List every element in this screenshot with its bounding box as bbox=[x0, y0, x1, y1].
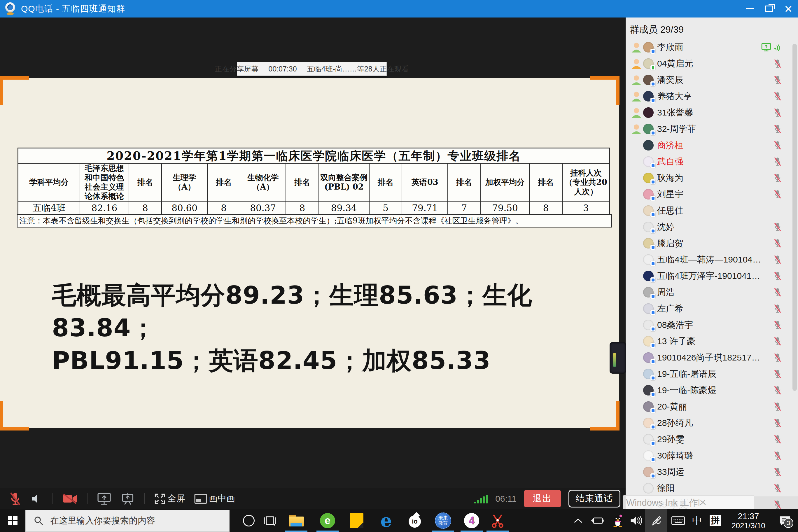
mic-muted-icon[interactable] bbox=[774, 288, 782, 297]
ime-language-indicator[interactable]: 中 bbox=[688, 509, 706, 532]
pip-icon bbox=[194, 493, 207, 504]
mic-muted-icon[interactable] bbox=[774, 418, 782, 428]
mic-muted-icon[interactable] bbox=[774, 92, 782, 101]
mic-muted-icon[interactable] bbox=[774, 157, 782, 166]
member-row[interactable]: 李欣雨 bbox=[626, 39, 798, 55]
mic-muted-icon[interactable] bbox=[774, 271, 782, 281]
member-row[interactable]: 08桑浩宇 bbox=[626, 317, 798, 333]
qq-tray-button[interactable] bbox=[608, 509, 627, 532]
fullscreen-button[interactable]: 全屏 bbox=[154, 493, 185, 505]
share-corner-marker bbox=[590, 401, 620, 431]
battery-tray-button[interactable] bbox=[588, 509, 607, 532]
camera-off-icon[interactable] bbox=[62, 494, 78, 504]
member-row[interactable]: 04黄启元 bbox=[626, 55, 798, 72]
minimize-button[interactable] bbox=[740, 0, 760, 18]
taskbar-search-input[interactable]: 在这里输入你要搜索的内容 bbox=[25, 510, 230, 532]
task-view-button[interactable] bbox=[258, 509, 282, 532]
speaker-icon[interactable] bbox=[31, 493, 43, 505]
cortana-button[interactable] bbox=[239, 509, 259, 532]
device-badge-icon bbox=[650, 375, 656, 380]
ime-mode-indicator[interactable]: 拼 bbox=[707, 509, 723, 532]
member-row[interactable]: 徐阳 bbox=[626, 480, 798, 496]
mic-muted-icon[interactable] bbox=[774, 337, 782, 346]
mic-muted-icon[interactable] bbox=[774, 140, 782, 150]
member-row[interactable]: 潘奕辰 bbox=[626, 72, 798, 88]
close-button[interactable]: × bbox=[779, 0, 798, 18]
mic-muted-icon[interactable] bbox=[774, 467, 782, 477]
tray-clock[interactable]: 21:37 2021/3/10 bbox=[724, 509, 773, 532]
mic-muted-icon[interactable] bbox=[774, 75, 782, 84]
member-name: 商济桓 bbox=[657, 139, 683, 151]
member-row[interactable]: 32-周学菲 bbox=[626, 121, 798, 137]
table-cell: 8 bbox=[129, 202, 162, 214]
mic-muted-icon[interactable] bbox=[774, 320, 782, 329]
edge-button[interactable]: e bbox=[374, 509, 398, 532]
member-row[interactable]: 养猪大亨 bbox=[626, 88, 798, 104]
member-row[interactable]: 周浩 bbox=[626, 284, 798, 300]
member-row[interactable]: 五临4班万泽宇-1901041… bbox=[626, 268, 798, 284]
avatar bbox=[643, 287, 653, 298]
member-row[interactable]: 滕启贺 bbox=[626, 235, 798, 251]
notes-app-button[interactable] bbox=[344, 509, 369, 532]
video-panel-handle[interactable] bbox=[610, 342, 626, 374]
mic-muted-icon[interactable] bbox=[774, 108, 782, 117]
member-row[interactable]: 任思佳 bbox=[626, 203, 798, 219]
mic-muted-icon[interactable] bbox=[774, 173, 782, 183]
notification-center-button[interactable]: 3 bbox=[775, 509, 795, 532]
member-row[interactable]: 五临4班—韩涛—190104… bbox=[626, 251, 798, 268]
mic-muted-icon[interactable] bbox=[774, 255, 782, 264]
tray-expand-button[interactable] bbox=[569, 509, 587, 532]
exit-button[interactable]: 退出 bbox=[524, 490, 561, 507]
restore-button[interactable] bbox=[760, 0, 779, 18]
member-row[interactable]: 28孙绮凡 bbox=[626, 415, 798, 431]
mic-muted-icon[interactable] bbox=[774, 190, 782, 199]
windows-ink-button[interactable] bbox=[645, 509, 667, 532]
screenshot-app-button[interactable] bbox=[485, 509, 510, 532]
microphone-muted-icon[interactable] bbox=[9, 492, 22, 506]
mic-muted-icon[interactable] bbox=[774, 500, 782, 509]
member-row[interactable]: 29孙雯 bbox=[626, 431, 798, 448]
mic-muted-icon[interactable] bbox=[774, 353, 782, 362]
mic-muted-icon[interactable] bbox=[774, 402, 782, 411]
member-row[interactable]: 30薛琦璐 bbox=[626, 448, 798, 464]
io-app-button[interactable]: io bbox=[402, 509, 427, 532]
browser-360-button[interactable]: e bbox=[315, 509, 340, 532]
mic-muted-icon[interactable] bbox=[774, 369, 782, 379]
member-row[interactable]: 13 许子豪 bbox=[626, 333, 798, 349]
mic-muted-icon[interactable] bbox=[774, 451, 782, 460]
mic-muted-icon[interactable] bbox=[774, 385, 782, 395]
mic-muted-icon[interactable] bbox=[774, 239, 782, 248]
member-name: 五临4班—韩涛—190104… bbox=[657, 254, 761, 266]
mic-muted-icon[interactable] bbox=[774, 483, 782, 493]
share-screen-icon[interactable] bbox=[97, 492, 111, 505]
future-edu-button[interactable]: 未来教育 bbox=[431, 509, 455, 532]
member-row[interactable]: 33周运 bbox=[626, 464, 798, 480]
mic-muted-icon[interactable] bbox=[774, 124, 782, 134]
file-explorer-button[interactable] bbox=[284, 509, 309, 532]
pip-button[interactable]: 画中画 bbox=[194, 493, 235, 505]
mic-muted-icon[interactable] bbox=[774, 435, 782, 444]
member-row[interactable]: 19-一临-陈豪煜 bbox=[626, 382, 798, 398]
mic-muted-icon[interactable] bbox=[774, 304, 782, 313]
start-button[interactable] bbox=[0, 509, 25, 532]
app-4-button[interactable]: 4 bbox=[459, 509, 484, 532]
member-row[interactable]: 刘星宇 bbox=[626, 186, 798, 203]
touch-keyboard-button[interactable] bbox=[668, 509, 688, 532]
member-row[interactable]: 19-五临-屠语辰 bbox=[626, 366, 798, 382]
member-row[interactable]: 31张誉馨 bbox=[626, 104, 798, 121]
member-row[interactable]: 商济桓 bbox=[626, 137, 798, 153]
member-row[interactable]: 20-黄丽 bbox=[626, 398, 798, 415]
end-call-button[interactable]: 结束通话 bbox=[568, 490, 620, 508]
member-row[interactable]: 沈婷 bbox=[626, 219, 798, 235]
scrollbar-thumb[interactable] bbox=[793, 44, 797, 391]
mic-muted-icon[interactable] bbox=[774, 59, 782, 68]
member-row[interactable]: 耿海为 bbox=[626, 170, 798, 186]
mic-muted-icon[interactable] bbox=[774, 222, 782, 232]
device-badge-icon bbox=[650, 81, 656, 86]
whiteboard-share-icon[interactable] bbox=[121, 492, 135, 505]
member-name: 左广希 bbox=[657, 303, 683, 315]
volume-tray-button[interactable] bbox=[627, 509, 645, 532]
member-row[interactable]: 武自强 bbox=[626, 153, 798, 170]
member-row[interactable]: 19010426尚子琪182517… bbox=[626, 349, 798, 366]
member-row[interactable]: 左广希 bbox=[626, 300, 798, 317]
